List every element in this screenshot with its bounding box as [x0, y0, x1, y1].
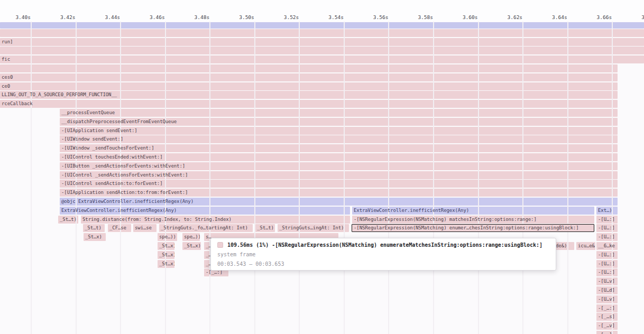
flame-bar-label: _St…t) [83, 224, 105, 232]
flame-bar[interactable]: -[U…:] [596, 260, 618, 268]
flame-bar-label: -[UIControl _sendActionsForEvents:withEv… [60, 171, 618, 179]
flame-bar-label: -[_…:] [596, 304, 618, 312]
flame-bar[interactable]: ExtraViewController.inefficientRegex(Any… [352, 207, 594, 215]
flame-bar[interactable]: _St…t) [255, 224, 275, 232]
flame-bar[interactable]: -[UIWindow sendEvent:] [60, 135, 618, 143]
flame-bar-label: ExtraViewController.inefficientRegex(Any… [352, 207, 594, 215]
flame-bar[interactable]: __dispatchPreprocessedEventFromEventQueu… [60, 118, 618, 126]
flame-bar-label: -[NSRegularExpression(NSMatching) matche… [352, 216, 594, 224]
flame-bar[interactable]: _CF…se [108, 224, 131, 232]
flame-bar-label: -[U…:] [596, 224, 618, 232]
flame-bar[interactable]: LLING_OUT_TO_A_SOURCE0_PERFORM_FUNCTION_… [0, 91, 618, 99]
flame-bar[interactable]: -[_…s] [596, 313, 618, 321]
flame-bar[interactable]: ExtraViewController.inefficientRegex(Any… [60, 207, 350, 215]
flame-bar[interactable]: -[UIControl touchesEnded:withEvent:] [60, 153, 618, 161]
flame-bar[interactable]: -[UIApplication sendEvent:] [60, 127, 618, 135]
flame-bar-label: swi…se [133, 224, 157, 232]
flame-bar-label: -[U…:] [596, 268, 618, 276]
tooltip-title: 109.56ms (1%) -[NSRegularExpression(NSMa… [227, 242, 542, 248]
flame-bar-label: -[U…:] [596, 216, 618, 224]
flame-bar-label: -[_…s] [596, 313, 618, 321]
flame-bar[interactable]: -[UIButton _sendActionsForEvents:withEve… [60, 162, 618, 170]
flame-bar[interactable]: _StringGuts…ingAt: Int) [278, 224, 349, 232]
flame-bar[interactable]: run] [0, 38, 644, 46]
flame-bar[interactable]: fic [0, 55, 644, 63]
flame-bar-label: _St…t) [58, 216, 78, 224]
flame-bar-label: -[U…:] [596, 251, 618, 259]
flame-bar-label: _St…x) [182, 242, 201, 250]
flame-bar-label: -[NSRegularExpression(NSMatching) enumer… [352, 225, 594, 231]
flame-bar[interactable]: rceCallback [0, 100, 618, 108]
flame-bar[interactable]: _StringGuts._fo…tartingAt: Int) [159, 224, 253, 232]
flame-bar-label: run] [0, 38, 644, 46]
flame-bar[interactable]: _St…t) [83, 224, 105, 232]
flame-bar[interactable]: swi…se [133, 224, 157, 232]
flame-bar[interactable]: -[_…:] [596, 304, 618, 312]
tooltip-subtitle: system frame [217, 252, 549, 257]
tooltip-title-row: 109.56ms (1%) -[NSRegularExpression(NSMa… [217, 242, 549, 248]
flame-bar[interactable]: _St…x) [158, 242, 174, 250]
flame-bar[interactable]: _St…x) [182, 242, 201, 250]
flame-bar[interactable]: -[_…v] [596, 322, 618, 330]
flame-bar-label: _St…x) [158, 251, 174, 259]
flame-bar[interactable]: -[_…] [596, 331, 618, 334]
flame-bar[interactable]: de&) [554, 242, 574, 250]
flame-bar[interactable]: -[U…v] [596, 277, 618, 285]
flame-bar-label: -[U…:] [596, 260, 618, 268]
flame-bar-label: ces0 [0, 73, 618, 81]
flame-bar-label: _StringGuts._fo…tartingAt: Int) [159, 224, 253, 232]
flame-bar-label: __processEventQueue [60, 109, 618, 117]
flame-bar[interactable]: -[UIApplication sendAction:to:from:forEv… [60, 189, 618, 197]
flame-bar-label: -[UIControl touchesEnded:withEvent:] [60, 153, 618, 161]
flame-bar-label: LLING_OUT_TO_A_SOURCE0_PERFORM_FUNCTION_… [0, 91, 618, 99]
flame-bar-label: -[UIApplication sendEvent:] [60, 127, 618, 135]
flame-bar[interactable]: @objc ExtraViewController.inefficientReg… [60, 198, 618, 206]
flame-bar-label: _St…x) [158, 242, 174, 250]
flame-bar[interactable]: spe…)) [182, 233, 200, 241]
flame-bar[interactable]: _St…t) [58, 216, 78, 224]
flame-bar-label: ce0 [0, 82, 618, 90]
flame-bar-label: _St…x) [158, 260, 174, 268]
flame-bar[interactable]: -[U…v] [596, 295, 618, 303]
flame-bar-label: -[UIWindow _sendTouchesForEvent:] [60, 144, 618, 152]
flame-bar-selected[interactable]: -[NSRegularExpression(NSMatching) enumer… [352, 224, 594, 232]
flame-bar-label: de&) [554, 242, 574, 250]
flame-bar-label: String.distance(from: String.Index, to: … [81, 216, 350, 224]
flame-bar[interactable]: _St…x) [158, 251, 174, 259]
tooltip: 109.56ms (1%) -[NSRegularExpression(NSMa… [210, 238, 556, 271]
flame-bar-label: spe…)) [182, 233, 200, 241]
flame-bar[interactable]: Ext…) [596, 207, 618, 215]
flame-bar-label: @objc ExtraViewController.inefficientReg… [60, 198, 618, 206]
flame-bar[interactable]: -[U…:] [596, 216, 618, 224]
flame-bar[interactable]: __6…ke [596, 242, 618, 250]
flame-bar-label: icu…e&) [576, 242, 595, 250]
flame-bar-label: _StringGuts…ingAt: Int) [278, 224, 349, 232]
flame-bar[interactable]: -[NSRegularExpression(NSMatching) matche… [352, 216, 594, 224]
flame-bar[interactable]: ces0 [0, 73, 618, 81]
flame-bar-label: -[U…d] [596, 286, 618, 294]
flame-bar[interactable]: ce0 [0, 82, 618, 90]
flame-bar[interactable]: -[U…d] [596, 286, 618, 294]
flame-bar-label: spe…)) [158, 233, 177, 241]
flame-bar[interactable]: icu…e&) [576, 242, 595, 250]
flame-graph-view: 3.40s3.42s3.44s3.46s3.48s3.50s3.52s3.54s… [0, 0, 644, 334]
flame-bar[interactable]: -[UIWindow _sendTouchesForEvent:] [60, 144, 618, 152]
flame-bar[interactable]: -[UIControl sendAction:to:forEvent:] [60, 180, 618, 188]
flame-bar[interactable]: String.distance(from: String.Index, to: … [81, 216, 350, 224]
flame-bar[interactable]: __processEventQueue [60, 109, 618, 117]
flame-bar[interactable]: -[U…:] [596, 251, 618, 259]
flame-bar[interactable]: _St…x) [84, 233, 106, 241]
flame-bar[interactable]: -[U…:] [596, 224, 618, 232]
flame-bar-label: -[UIWindow sendEvent:] [60, 135, 618, 143]
flame-bar[interactable]: _St…x) [158, 260, 174, 268]
flame-bar-label: -[U…v] [596, 295, 618, 303]
flame-bar[interactable]: -[UIControl _sendActionsForEvents:withEv… [60, 171, 618, 179]
flame-bar-label: -[_…v] [596, 322, 618, 330]
flame-bar-label: _CF…se [108, 224, 131, 232]
flame-bar-label: __dispatchPreprocessedEventFromEventQueu… [60, 118, 618, 126]
flame-bar[interactable]: -[U…:] [596, 268, 618, 276]
flame-bar[interactable]: spe…)) [158, 233, 177, 241]
gridline [31, 22, 32, 334]
tooltip-time-range: 00:03.543 — 00:03.653 [217, 261, 549, 267]
flame-bar[interactable]: -[U…:] [596, 233, 618, 241]
